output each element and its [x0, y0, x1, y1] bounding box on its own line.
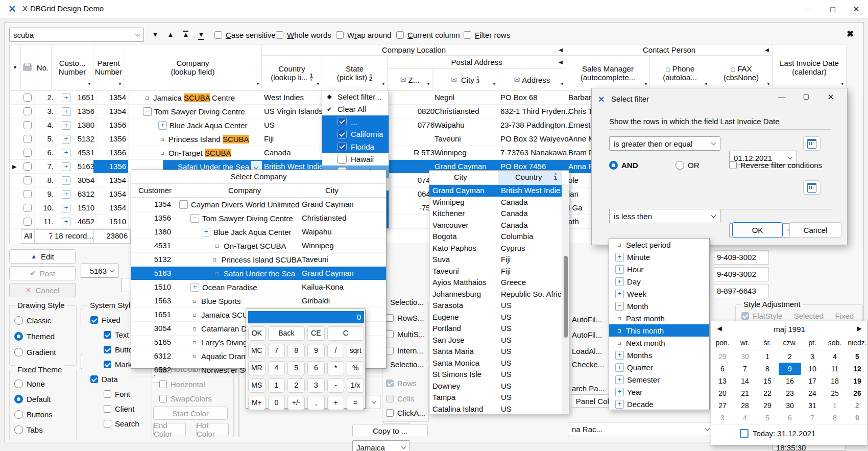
- row-select-checkbox[interactable]: [21, 118, 35, 132]
- tree-node-icon[interactable]: [615, 315, 623, 322]
- cancel-button[interactable]: Cancel: [789, 222, 841, 238]
- city-option[interactable]: Taveuni Fiji: [429, 266, 569, 277]
- calendar-day[interactable]: 23: [779, 387, 801, 399]
- row-select-checkbox[interactable]: [21, 132, 35, 146]
- search-input[interactable]: scuba: [9, 28, 144, 42]
- calendar-day[interactable]: 5: [756, 412, 779, 424]
- phone-editor[interactable]: 9-409-3002: [714, 267, 769, 281]
- calculator-key[interactable]: sqrt: [347, 344, 364, 358]
- internal-checkbox[interactable]: Intern...: [386, 346, 423, 355]
- radio-option[interactable]: Default: [14, 391, 76, 407]
- calendar-day[interactable]: 31: [801, 399, 824, 412]
- period-option[interactable]: Decade: [609, 398, 709, 410]
- calculator-key[interactable]: 5: [287, 361, 305, 375]
- calculator-key[interactable]: 1: [268, 378, 285, 393]
- sales-manager-editor[interactable]: na Rac...: [568, 422, 714, 436]
- calendar-day[interactable]: 1: [756, 350, 779, 363]
- calculator-key[interactable]: CE: [307, 326, 325, 341]
- row-select-checkbox[interactable]: [21, 105, 35, 118]
- calculator-key[interactable]: 9: [307, 344, 325, 358]
- row-select-checkbox[interactable]: [21, 201, 35, 215]
- city-option[interactable]: Santa Maria US: [429, 346, 569, 358]
- calendar-day[interactable]: 12: [846, 363, 868, 375]
- calendar-day[interactable]: 28: [734, 399, 756, 412]
- filter-icon[interactable]: ▼: [118, 80, 122, 88]
- calendar-day[interactable]: 29: [711, 350, 734, 363]
- filter-icon[interactable]: ▼: [426, 80, 430, 88]
- city-option[interactable]: San Jose US: [429, 335, 569, 346]
- column-company[interactable]: Company(lookup field)▼: [124, 44, 262, 91]
- period-option[interactable]: Quarter: [609, 361, 709, 373]
- state-option[interactable]: California: [322, 128, 389, 141]
- expand-icon[interactable]: [62, 176, 70, 185]
- filter-icon[interactable]: ▼: [492, 80, 496, 88]
- calculator-key[interactable]: M+: [248, 396, 266, 410]
- city-option[interactable]: Kato Paphos Cyprus: [429, 243, 569, 254]
- state-option[interactable]: ◆ Select filter...: [322, 90, 389, 103]
- company-option[interactable]: 4531 On-Target SCUBA Winnipeg: [131, 239, 386, 253]
- column-customer-number[interactable]: Custo...Number▼: [52, 44, 93, 91]
- cancel-edit-button[interactable]: ✕Cancel: [9, 283, 76, 297]
- rows-checkbox[interactable]: Rows: [386, 379, 417, 388]
- city-option[interactable]: Suva Fiji: [429, 254, 569, 266]
- checkbox-option[interactable]: Search: [87, 416, 151, 431]
- calendar-day[interactable]: 6: [779, 412, 801, 424]
- close-button[interactable]: ✕: [823, 92, 839, 102]
- calendar-day[interactable]: 30: [734, 350, 756, 363]
- calendar-day[interactable]: 21: [734, 387, 756, 399]
- tree-node-icon[interactable]: [615, 277, 624, 286]
- radio-option[interactable]: None: [14, 376, 76, 391]
- calendar-day[interactable]: 3: [801, 350, 824, 363]
- tree-node-icon[interactable]: [213, 270, 221, 277]
- tree-node-icon[interactable]: [158, 149, 166, 157]
- city-option[interactable]: Vancouver Canada: [429, 220, 569, 231]
- calendar-day[interactable]: 7: [801, 412, 824, 424]
- checkbox-option[interactable]: Font: [87, 387, 151, 401]
- calculator-key[interactable]: +/-: [287, 396, 305, 410]
- customer-number-editor[interactable]: 5163: [81, 264, 118, 278]
- calculator-key[interactable]: 7: [268, 344, 285, 358]
- calculator-key[interactable]: 2: [287, 378, 305, 393]
- row-select-checkbox[interactable]: [21, 146, 35, 159]
- group-company-location[interactable]: Company Location◀: [262, 44, 566, 56]
- calculator-key[interactable]: OK: [248, 326, 266, 341]
- filter-rows-checkbox[interactable]: Filter rows: [464, 31, 510, 39]
- expand-icon[interactable]: [62, 204, 70, 212]
- calendar-day[interactable]: 17: [801, 375, 824, 387]
- expand-icon[interactable]: [62, 162, 70, 171]
- or-radio[interactable]: OR: [676, 161, 700, 170]
- city-option[interactable]: Eugene US: [429, 312, 569, 323]
- calendar-day[interactable]: 19: [846, 375, 868, 387]
- filter-icon[interactable]: ▼: [704, 80, 708, 88]
- column-zip[interactable]: ✉Z... ▼: [388, 69, 432, 91]
- calculator-key[interactable]: =: [347, 396, 364, 410]
- city-option[interactable]: Kitchener Canada: [429, 208, 569, 220]
- current-column-checkbox[interactable]: Current column: [396, 31, 460, 39]
- city-option[interactable]: Downey US: [429, 381, 569, 392]
- country-editor[interactable]: Jamaica: [352, 440, 410, 451]
- tree-node-icon[interactable]: [143, 107, 152, 116]
- cells-checkbox[interactable]: Cells: [386, 394, 414, 403]
- expand-icon[interactable]: [62, 218, 70, 226]
- clickall-checkbox[interactable]: ClickA...: [386, 409, 425, 417]
- calendar-today-row[interactable]: Today: 31.12.2021: [711, 424, 867, 442]
- state-option[interactable]: ...: [322, 115, 389, 128]
- tree-node-icon[interactable]: [615, 351, 624, 360]
- calculator-key[interactable]: 6: [307, 361, 325, 375]
- calendar-day[interactable]: 1: [824, 399, 846, 412]
- calendar-day[interactable]: 3: [711, 412, 734, 424]
- radio-option[interactable]: Themed: [14, 328, 76, 344]
- period-option[interactable]: Week: [609, 288, 709, 300]
- period-option[interactable]: Next month: [609, 337, 709, 349]
- filter-icon[interactable]: ▼: [256, 80, 260, 88]
- tree-node-icon[interactable]: [213, 242, 221, 250]
- tree-node-icon[interactable]: [143, 94, 151, 102]
- filter-icon[interactable]: ▼: [87, 80, 91, 88]
- calendar-day[interactable]: 26: [846, 387, 868, 399]
- minimize-button[interactable]: —: [774, 92, 790, 101]
- reverse-filter-checkbox[interactable]: Reverse filter conditions: [729, 161, 822, 170]
- period-option[interactable]: Month: [609, 300, 709, 312]
- company-option[interactable]: 1380 Blue Jack Aqua Center Waipahu: [131, 225, 386, 239]
- calendar-day[interactable]: 30: [779, 399, 801, 412]
- company-option[interactable]: 1563 Blue Sports Giribaldi: [131, 294, 386, 308]
